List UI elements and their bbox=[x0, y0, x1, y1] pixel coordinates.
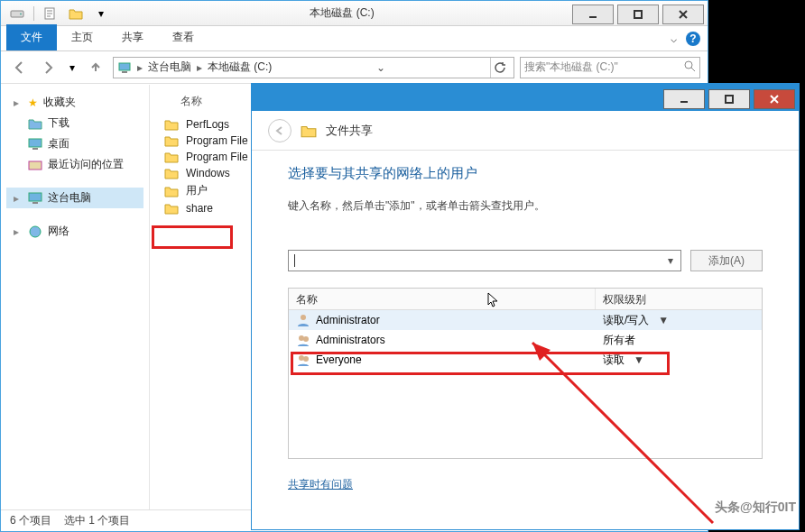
share-maximize-button[interactable] bbox=[708, 89, 750, 109]
folder-icon bbox=[301, 124, 317, 138]
recent-icon bbox=[28, 159, 42, 171]
grid-row-administrator[interactable]: Administrator 读取/写入▼ bbox=[289, 310, 762, 330]
explorer-minimize-button[interactable] bbox=[572, 5, 614, 24]
user-name-combobox[interactable]: ▾ bbox=[288, 250, 681, 271]
share-heading: 选择要与其共享的网络上的用户 bbox=[288, 165, 763, 182]
help-icon[interactable]: ? bbox=[686, 32, 700, 46]
share-back-button[interactable] bbox=[268, 119, 291, 142]
explorer-title: 本地磁盘 (C:) bbox=[112, 5, 572, 21]
group-icon bbox=[296, 333, 310, 347]
address-bar[interactable]: ▸ 这台电脑 ▸ 本地磁盘 (C:) ⌄ bbox=[113, 57, 514, 78]
share-header: 文件共享 bbox=[252, 111, 799, 151]
permissions-grid: 名称 权限级别 Administrator 读取/写入▼ Administrat… bbox=[288, 288, 763, 459]
nav-tree: ▸★收藏夹 下载 桌面 最近访问的位置 ▸这台电脑 ▸网络 bbox=[1, 85, 150, 509]
tree-this-pc[interactable]: ▸这台电脑 bbox=[6, 188, 143, 208]
trouble-link-row: 共享时有问题 bbox=[288, 477, 763, 492]
ribbon-collapse-icon[interactable]: ⌵ bbox=[671, 32, 677, 45]
svg-rect-6 bbox=[122, 71, 127, 73]
nav-forward-button[interactable] bbox=[37, 56, 60, 79]
explorer-titlebar: ▾ 本地磁盘 (C:) bbox=[1, 1, 708, 26]
share-crumb-title: 文件共享 bbox=[326, 123, 373, 139]
ribbon: 文件 主页 共享 查看 ⌵ ? bbox=[1, 26, 708, 51]
share-hint: 键入名称，然后单击"添加"，或者单击箭头查找用户。 bbox=[288, 198, 763, 214]
nav-back-button[interactable] bbox=[8, 56, 32, 79]
status-selection: 选中 1 个项目 bbox=[64, 513, 130, 528]
sharing-trouble-link[interactable]: 共享时有问题 bbox=[288, 478, 353, 491]
folder-icon bbox=[28, 117, 42, 130]
svg-rect-5 bbox=[119, 63, 130, 70]
svg-point-18 bbox=[299, 335, 304, 341]
grid-row-everyone[interactable]: Everyone 读取▼ bbox=[289, 350, 762, 370]
chevron-down-icon[interactable]: ▾ bbox=[662, 252, 679, 269]
chevron-down-icon[interactable]: ▼ bbox=[634, 353, 644, 366]
svg-point-14 bbox=[30, 226, 41, 237]
folder-icon bbox=[164, 202, 179, 215]
qat-newfolder-icon[interactable] bbox=[65, 4, 87, 23]
ribbon-tab-home[interactable]: 主页 bbox=[57, 24, 107, 50]
search-icon bbox=[683, 60, 696, 75]
add-button[interactable]: 添加(A) bbox=[690, 250, 763, 271]
share-minimize-button[interactable] bbox=[663, 89, 705, 109]
chevron-down-icon[interactable]: ▼ bbox=[658, 314, 669, 326]
svg-point-20 bbox=[299, 355, 304, 361]
svg-line-8 bbox=[691, 68, 695, 71]
drive-icon bbox=[6, 4, 28, 23]
chevron-right-icon: ▸ bbox=[137, 61, 143, 74]
search-placeholder: 搜索"本地磁盘 (C:)" bbox=[524, 60, 618, 75]
text-cursor bbox=[294, 254, 295, 267]
qat-properties-icon[interactable] bbox=[40, 4, 61, 23]
explorer-maximize-button[interactable] bbox=[617, 5, 659, 24]
search-input[interactable]: 搜索"本地磁盘 (C:)" bbox=[520, 57, 700, 78]
svg-point-17 bbox=[301, 315, 306, 320]
folder-icon bbox=[164, 118, 179, 131]
refresh-button[interactable] bbox=[490, 58, 510, 78]
star-icon: ★ bbox=[28, 96, 38, 109]
svg-rect-4 bbox=[634, 11, 642, 18]
svg-rect-9 bbox=[29, 139, 42, 147]
explorer-close-button[interactable] bbox=[662, 5, 704, 24]
svg-point-1 bbox=[20, 13, 22, 14]
tree-network[interactable]: ▸网络 bbox=[6, 221, 143, 242]
folder-icon bbox=[164, 185, 179, 197]
grid-header-perm[interactable]: 权限级别 bbox=[596, 289, 762, 309]
cursor-icon bbox=[487, 292, 500, 311]
ribbon-tab-view[interactable]: 查看 bbox=[158, 24, 208, 50]
ribbon-tab-file[interactable]: 文件 bbox=[6, 24, 57, 50]
tree-recent[interactable]: 最近访问的位置 bbox=[6, 154, 143, 175]
svg-rect-10 bbox=[32, 148, 38, 150]
address-dropdown-icon[interactable]: ⌄ bbox=[376, 61, 385, 74]
annotation-highlight-share bbox=[152, 225, 233, 249]
user-icon bbox=[296, 313, 310, 327]
share-titlebar bbox=[252, 84, 799, 111]
grid-header-name[interactable]: 名称 bbox=[289, 289, 596, 309]
breadcrumb-root[interactable]: 这台电脑 bbox=[148, 60, 191, 75]
grid-row-administrators[interactable]: Administrators 所有者 bbox=[289, 330, 762, 350]
svg-rect-11 bbox=[29, 161, 42, 170]
folder-icon bbox=[164, 151, 179, 163]
nav-up-button[interactable] bbox=[84, 56, 107, 79]
breadcrumb-drive[interactable]: 本地磁盘 (C:) bbox=[208, 60, 272, 75]
svg-rect-13 bbox=[32, 202, 38, 204]
watermark-text: 头条@知行0IT bbox=[715, 500, 796, 516]
desktop-icon bbox=[28, 138, 42, 151]
svg-rect-12 bbox=[29, 193, 42, 201]
tree-desktop[interactable]: 桌面 bbox=[6, 133, 143, 154]
share-close-button[interactable] bbox=[754, 89, 795, 109]
tree-favorites[interactable]: ▸★收藏夹 bbox=[6, 92, 143, 113]
ribbon-tab-share[interactable]: 共享 bbox=[107, 24, 158, 50]
svg-rect-16 bbox=[726, 96, 733, 103]
group-icon bbox=[296, 353, 310, 367]
svg-point-21 bbox=[303, 356, 309, 362]
tree-downloads[interactable]: 下载 bbox=[6, 113, 143, 133]
qat-dropdown-icon[interactable]: ▾ bbox=[90, 4, 112, 23]
explorer-navbar: ▾ ▸ 这台电脑 ▸ 本地磁盘 (C:) ⌄ 搜索"本地磁盘 (C:)" bbox=[1, 51, 708, 84]
computer-icon bbox=[117, 60, 132, 75]
svg-point-19 bbox=[303, 336, 309, 342]
folder-icon bbox=[164, 167, 179, 179]
nav-history-dropdown[interactable]: ▾ bbox=[66, 56, 79, 79]
folder-icon bbox=[164, 134, 179, 147]
status-count: 6 个项目 bbox=[10, 513, 51, 528]
chevron-right-icon: ▸ bbox=[197, 61, 202, 74]
svg-point-7 bbox=[685, 61, 692, 69]
file-sharing-dialog: 文件共享 选择要与其共享的网络上的用户 键入名称，然后单击"添加"，或者单击箭头… bbox=[251, 83, 800, 530]
